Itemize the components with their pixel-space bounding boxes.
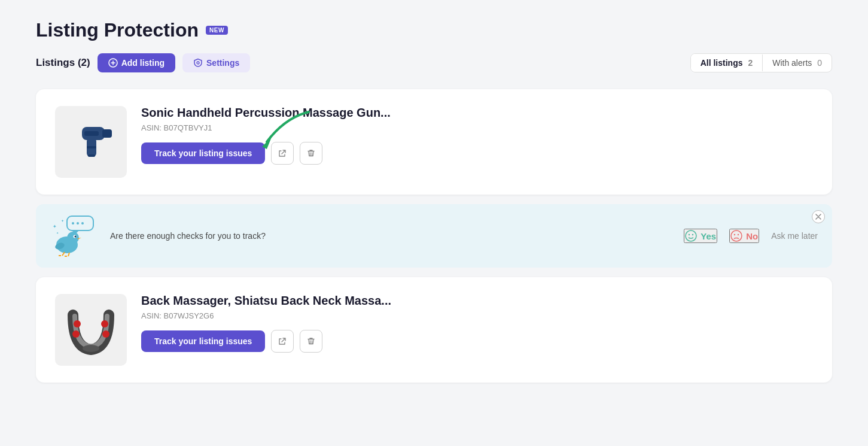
feedback-yes-button[interactable]: Yes	[684, 229, 717, 243]
external-link-button-2[interactable]	[271, 330, 294, 353]
smile-icon	[685, 230, 697, 242]
listing-asin-2: ASIN: B07WJSY2G6	[141, 311, 813, 320]
trash-icon-1	[307, 149, 315, 157]
svg-rect-6	[87, 146, 96, 148]
listings-label: Listings (2)	[36, 57, 90, 69]
feedback-bird-mascot: ✦ ✦ ✦	[50, 215, 98, 257]
svg-rect-9	[67, 216, 93, 230]
listing-title-2: Back Massager, Shiatsu Back Neck Massa..…	[141, 294, 813, 308]
track-listing-button-2[interactable]: Track your listing issues	[141, 330, 265, 352]
svg-point-11	[77, 222, 79, 224]
listing-card-1: Sonic Handheld Percussion Massage Gun...…	[36, 89, 832, 195]
svg-point-36	[102, 330, 109, 338]
toolbar: Listings (2) Add listing Settings All li…	[36, 53, 832, 72]
external-link-icon-1	[278, 149, 287, 157]
svg-point-32	[738, 234, 739, 235]
svg-point-12	[81, 222, 84, 224]
close-icon	[815, 214, 821, 220]
massage-gun-image	[64, 115, 118, 169]
listing-image-1	[55, 106, 127, 178]
svg-rect-7	[88, 154, 95, 157]
listing-info-1: Sonic Handheld Percussion Massage Gun...…	[141, 106, 813, 165]
listing-card-2: Back Massager, Shiatsu Back Neck Massa..…	[36, 277, 832, 383]
svg-point-35	[101, 320, 108, 327]
settings-button[interactable]: Settings	[182, 53, 250, 72]
svg-text:✦: ✦	[56, 231, 59, 235]
svg-rect-4	[102, 129, 112, 138]
listing-asin-1: ASIN: B07QTBVYJ1	[141, 123, 813, 132]
svg-text:✦: ✦	[53, 224, 57, 229]
external-link-button-1[interactable]	[271, 142, 294, 165]
feedback-question-text: Are there enough checks for you to track…	[110, 231, 672, 241]
svg-point-30	[731, 230, 742, 241]
svg-point-37	[83, 345, 99, 352]
feedback-banner: ✦ ✦ ✦ Are there enough checks for you to…	[36, 204, 832, 268]
frown-icon	[730, 230, 742, 242]
feedback-close-button[interactable]	[812, 210, 825, 223]
add-listing-button[interactable]: Add listing	[98, 53, 175, 72]
delete-listing-button-2[interactable]	[300, 330, 322, 353]
neck-massager-image	[64, 303, 118, 357]
svg-point-31	[734, 234, 735, 235]
svg-line-24	[68, 253, 69, 256]
trash-icon-2	[307, 337, 315, 345]
page-header: Listing Protection NEW	[36, 19, 832, 41]
page-title: Listing Protection	[36, 19, 199, 41]
svg-point-28	[689, 234, 690, 235]
listing-image-2	[55, 294, 127, 366]
svg-point-34	[72, 330, 80, 338]
listing-info-2: Back Massager, Shiatsu Back Neck Massa..…	[141, 294, 813, 353]
tab-all-listings[interactable]: All listings 2	[691, 54, 762, 72]
plus-circle-icon	[108, 58, 118, 68]
svg-text:✦: ✦	[61, 219, 64, 223]
shield-settings-icon	[193, 58, 203, 68]
listing-actions-2: Track your listing issues	[141, 330, 813, 353]
filter-tabs: All listings 2 With alerts 0	[690, 53, 832, 72]
toolbar-left: Listings (2) Add listing Settings	[36, 53, 250, 72]
svg-rect-5	[84, 131, 99, 136]
svg-point-18	[67, 232, 79, 244]
listing-title-1: Sonic Handheld Percussion Massage Gun...	[141, 106, 813, 120]
feedback-options: Yes No Ask me later	[684, 229, 818, 243]
svg-point-1	[197, 62, 199, 64]
listing-actions-1: Track your listing issues	[141, 142, 813, 165]
tab-with-alerts[interactable]: With alerts 0	[763, 54, 832, 72]
feedback-no-button[interactable]: No	[729, 229, 759, 243]
svg-point-10	[72, 222, 74, 224]
external-link-icon-2	[278, 337, 287, 345]
svg-point-33	[74, 320, 81, 327]
svg-point-20	[75, 236, 77, 238]
track-listing-button-1[interactable]: Track your listing issues	[141, 142, 265, 164]
delete-listing-button-1[interactable]	[300, 142, 322, 165]
svg-point-29	[692, 234, 693, 235]
feedback-later-button[interactable]: Ask me later	[771, 231, 818, 241]
new-badge: NEW	[206, 26, 228, 35]
svg-point-27	[686, 230, 696, 241]
